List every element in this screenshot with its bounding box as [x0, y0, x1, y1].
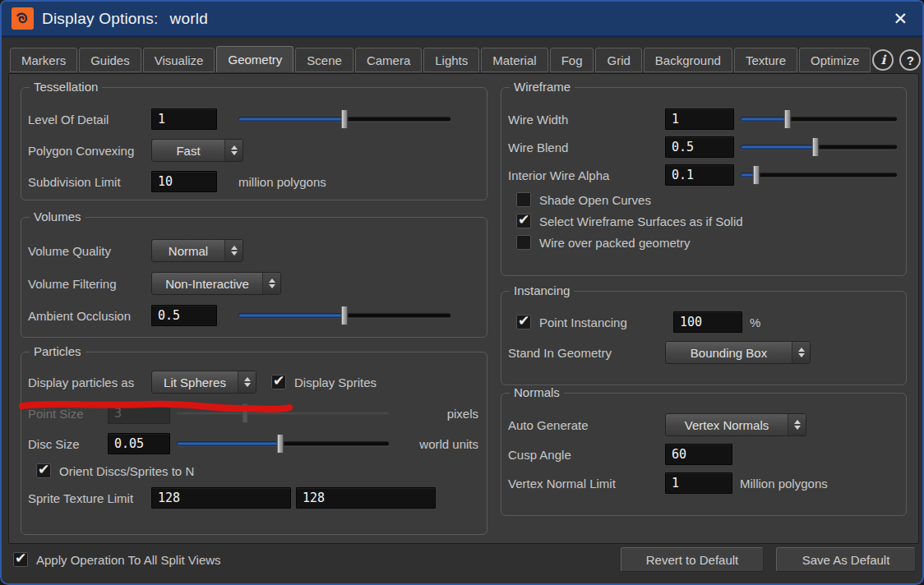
level-of-detail-input[interactable]: 1: [151, 108, 217, 130]
wire-over-packed-checkbox[interactable]: ✔: [516, 235, 531, 250]
wire-blend-row: Wire Blend 0.5: [508, 136, 898, 158]
slider-handle[interactable]: [277, 434, 284, 454]
tab-fog[interactable]: Fog: [550, 48, 594, 72]
auto-generate-dropdown[interactable]: Vertex Normals: [665, 413, 806, 436]
wire-width-input[interactable]: 1: [665, 108, 734, 130]
normals-group: Normals Auto Generate Vertex Normals Cus…: [501, 393, 907, 516]
wire-over-packed-row: ✔ Wire over packed geometry: [508, 235, 898, 250]
orient-discs-row: ✔ Orient Discs/Sprites to N: [28, 463, 478, 478]
subdivision-limit-unit: million polygons: [238, 175, 326, 189]
point-size-input: 3: [108, 403, 170, 424]
display-particles-as-dropdown[interactable]: Lit Spheres: [151, 371, 256, 394]
stand-in-geometry-dropdown[interactable]: Bounding Box: [665, 341, 811, 364]
sprite-texture-limit-label: Sprite Texture Limit: [28, 491, 151, 505]
disc-size-unit: world units: [419, 437, 478, 451]
vertex-normal-limit-input[interactable]: 1: [665, 472, 732, 494]
volume-filtering-dropdown[interactable]: Non-Interactive: [151, 272, 281, 295]
check-icon: ✔: [38, 463, 49, 477]
wire-blend-input[interactable]: 0.5: [665, 136, 734, 158]
auto-generate-row: Auto Generate Vertex Normals: [508, 413, 898, 436]
level-of-detail-label: Level Of Detail: [28, 113, 151, 127]
slider-handle[interactable]: [812, 137, 820, 157]
shade-open-curves-label: Shade Open Curves: [539, 193, 651, 207]
check-icon: ✔: [518, 314, 529, 328]
tab-camera[interactable]: Camera: [355, 48, 422, 72]
close-button[interactable]: ✕: [888, 8, 912, 29]
disc-size-input[interactable]: 0.05: [108, 433, 170, 454]
wire-over-packed-label: Wire over packed geometry: [539, 236, 690, 250]
footer-bar: ✔ Apply Operation To All Split Views Rev…: [2, 541, 922, 583]
ambient-occlusion-label: Ambient Occlusion: [28, 309, 151, 323]
slider-handle[interactable]: [784, 109, 792, 129]
point-instancing-checkbox[interactable]: ✔: [516, 315, 531, 329]
tab-visualize[interactable]: Visualize: [143, 48, 215, 72]
disc-size-slider[interactable]: [177, 433, 389, 454]
sprite-texture-limit-row: Sprite Texture Limit 128 128: [28, 487, 478, 509]
tab-texture[interactable]: Texture: [734, 48, 797, 72]
slider-handle[interactable]: [341, 306, 349, 325]
display-options-dialog: Display Options:world ✕ Markers Guides V…: [0, 0, 924, 585]
info-icon[interactable]: i: [872, 49, 894, 71]
tab-background[interactable]: Background: [644, 48, 732, 72]
tab-markers[interactable]: Markers: [10, 48, 77, 72]
level-of-detail-slider[interactable]: [238, 108, 450, 130]
subdivision-limit-input[interactable]: 10: [151, 171, 217, 192]
orient-discs-checkbox[interactable]: ✔: [36, 463, 51, 478]
disc-size-row: Disc Size 0.05 world units: [28, 433, 478, 454]
tab-bar: Markers Guides Visualize Geometry Scene …: [10, 46, 916, 72]
slider-handle: [242, 403, 247, 423]
stand-in-geometry-row: Stand In Geometry Bounding Box: [508, 341, 898, 364]
tab-geometry[interactable]: Geometry: [216, 46, 293, 72]
vertex-normal-limit-row: Vertex Normal Limit 1 Million polygons: [508, 472, 898, 494]
wire-blend-slider[interactable]: [741, 136, 897, 158]
tab-lights[interactable]: Lights: [423, 48, 479, 72]
select-wireframe-solid-checkbox[interactable]: ✔: [516, 214, 531, 228]
point-instancing-input[interactable]: 100: [673, 311, 742, 333]
slider-handle[interactable]: [341, 109, 349, 129]
auto-generate-label: Auto Generate: [508, 418, 665, 432]
cusp-angle-row: Cusp Angle 60: [508, 444, 898, 465]
tab-optimize[interactable]: Optimize: [799, 48, 871, 72]
tab-scene[interactable]: Scene: [295, 48, 353, 72]
display-sprites-checkbox[interactable]: ✔: [271, 375, 286, 389]
shade-open-curves-row: ✔ Shade Open Curves: [508, 192, 898, 207]
select-wireframe-solid-label: Select Wireframe Surfaces as if Solid: [539, 214, 743, 228]
interior-wire-alpha-label: Interior Wire Alpha: [508, 168, 665, 182]
polygon-convexing-dropdown[interactable]: Fast: [151, 139, 243, 162]
updown-arrows-icon: [262, 273, 280, 294]
wire-width-label: Wire Width: [508, 113, 665, 127]
apply-all-split-views-checkbox[interactable]: ✔: [13, 552, 28, 567]
shade-open-curves-checkbox[interactable]: ✔: [516, 192, 531, 207]
tab-guides[interactable]: Guides: [79, 48, 141, 72]
display-particles-as-row: Display particles as Lit Spheres ✔ Displ…: [28, 371, 478, 394]
wire-width-slider[interactable]: [741, 108, 897, 130]
subdivision-limit-row: Subdivision Limit 10 million polygons: [28, 171, 478, 192]
point-size-unit: pixels: [447, 407, 478, 421]
volume-quality-label: Volume Quality: [28, 244, 151, 258]
sprite-texture-limit-x-input[interactable]: 128: [151, 487, 291, 509]
tessellation-group: Tessellation Level Of Detail 1 Polygon C…: [21, 87, 487, 200]
save-as-default-button[interactable]: Save As Default: [776, 547, 916, 572]
interior-wire-alpha-slider[interactable]: [741, 164, 897, 186]
point-instancing-unit: %: [750, 316, 760, 329]
volume-quality-dropdown[interactable]: Normal: [151, 239, 243, 262]
slider-handle[interactable]: [753, 165, 760, 185]
stand-in-geometry-label: Stand In Geometry: [508, 346, 665, 360]
updown-arrows-icon: [224, 140, 243, 161]
level-of-detail-row: Level Of Detail 1: [28, 108, 478, 130]
volume-quality-row: Volume Quality Normal: [28, 239, 478, 262]
interior-wire-alpha-input[interactable]: 0.1: [665, 164, 734, 186]
ambient-occlusion-input[interactable]: 0.5: [151, 305, 217, 326]
display-sprites-label: Display Sprites: [294, 375, 377, 389]
point-instancing-label: Point Instancing: [539, 316, 673, 329]
tab-material[interactable]: Material: [481, 48, 547, 72]
check-icon: ✔: [518, 213, 529, 227]
updown-arrows-icon: [224, 240, 243, 261]
ambient-occlusion-slider[interactable]: [238, 305, 450, 326]
tab-grid[interactable]: Grid: [595, 48, 641, 72]
help-icon[interactable]: ?: [899, 49, 921, 71]
revert-to-default-button[interactable]: Revert to Default: [621, 547, 764, 572]
sprite-texture-limit-y-input[interactable]: 128: [296, 487, 436, 509]
wire-blend-label: Wire Blend: [508, 140, 665, 154]
cusp-angle-input[interactable]: 60: [665, 444, 732, 465]
